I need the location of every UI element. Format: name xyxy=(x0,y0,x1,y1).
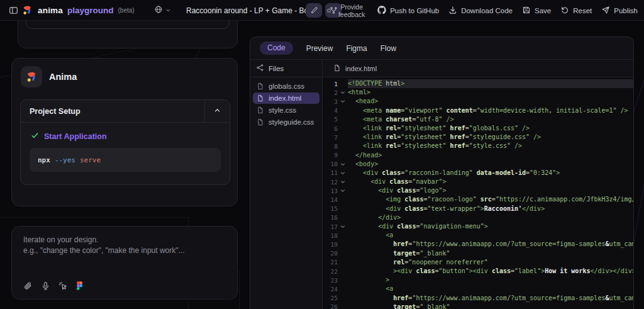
push-to-github-button-label: Push to GitHub xyxy=(390,7,439,14)
code-line-22[interactable]: 22 ><div class="button"><div class="labe… xyxy=(323,267,633,276)
code-line-8[interactable]: 8 <link rel="stylesheet" href="style.css… xyxy=(323,142,633,150)
publish-icon xyxy=(601,6,610,16)
line-number: 5 xyxy=(323,116,338,123)
code-line-4[interactable]: 4 <meta name="viewport" content="width=d… xyxy=(323,106,633,115)
line-number: 7 xyxy=(323,134,338,141)
code-line-21[interactable]: 21 rel="noopener noreferrer" xyxy=(323,258,633,267)
globe-icon xyxy=(154,5,163,16)
code-line-24[interactable]: 24 <a xyxy=(323,284,633,293)
tab-preview[interactable]: Preview xyxy=(306,44,333,53)
code-line-3[interactable]: 3 <head> xyxy=(323,97,633,106)
download-code-button-label: Download Code xyxy=(461,7,513,14)
file-item-globals-css[interactable]: globals.css xyxy=(253,81,319,92)
fold-chevron-icon[interactable] xyxy=(338,179,348,184)
code-text: <link rel="stylesheet" href="style.css" … xyxy=(348,142,633,150)
command-arg: serve xyxy=(80,156,101,164)
code-line-12[interactable]: 12 <div class="navbar"> xyxy=(323,177,633,186)
line-number: 19 xyxy=(323,241,338,248)
fold-chevron-icon[interactable] xyxy=(338,162,348,167)
editor-tab-label: index.html xyxy=(345,65,377,72)
file-item-index-html[interactable]: index.html xyxy=(253,93,319,104)
provide-feedback-link[interactable]: Provide feedback xyxy=(326,3,368,18)
code-line-6[interactable]: 6 <link rel="stylesheet" href="globals.c… xyxy=(323,124,633,133)
feedback-label: Provide feedback xyxy=(335,3,368,18)
code-line-19[interactable]: 19 href="https://www.animaapp.com/?utm_s… xyxy=(323,240,633,249)
code-line-13[interactable]: 13 <div class="logo"> xyxy=(323,186,633,195)
download-code-button[interactable]: Download Code xyxy=(448,6,513,16)
code-line-25[interactable]: 25 href="https://www.animaapp.com/?utm_s… xyxy=(323,294,633,303)
code-line-11[interactable]: 11 <div class="racconin-landing" data-mo… xyxy=(323,169,633,177)
line-number: 3 xyxy=(323,98,338,105)
line-number: 16 xyxy=(323,214,338,221)
code-line-16[interactable]: 16 </div> xyxy=(323,213,633,222)
terminal-command[interactable]: npx --yes serve xyxy=(30,148,221,172)
tab-code[interactable]: Code xyxy=(260,42,293,55)
code-text: <div class="racconin-landing" data-model… xyxy=(348,169,633,177)
code-text: <!DOCTYPE html> xyxy=(348,79,633,88)
code-text: target="_blank" xyxy=(348,249,633,258)
line-number: 24 xyxy=(323,286,338,293)
code-panel: CodePreviewFigmaFlow Files index.html gl… xyxy=(250,37,634,309)
code-line-7[interactable]: 7 <link rel="stylesheet" href="styleguid… xyxy=(323,133,633,142)
project-title: Raccoonin around - LP + Game - Bo... xyxy=(186,0,293,21)
figma-icon[interactable] xyxy=(76,281,83,291)
editor-tab-index-html[interactable]: index.html xyxy=(323,60,633,77)
code-text: href="https://www.animaapp.com/?utm_sour… xyxy=(348,240,633,249)
code-text: target="_blank" xyxy=(348,303,633,309)
code-line-5[interactable]: 5 <meta charset="utf-8" /> xyxy=(323,115,633,124)
code-text: </head> xyxy=(348,151,633,160)
code-line-15[interactable]: 15 <div class="text-wrapper">Raccoonin'<… xyxy=(323,205,633,213)
line-number: 12 xyxy=(323,179,338,186)
publish-button[interactable]: Publish xyxy=(601,6,638,16)
files-header-label: Files xyxy=(269,65,284,72)
tab-flow[interactable]: Flow xyxy=(380,44,396,53)
file-item-style-css[interactable]: style.css xyxy=(253,104,319,116)
github-icon xyxy=(377,6,386,16)
code-line-14[interactable]: 14 <img class="racoon-logo" src="https:/… xyxy=(323,195,633,204)
command-flag: --yes xyxy=(55,156,75,164)
chat-input[interactable]: Iterate on your design. e.g., "change th… xyxy=(11,226,238,300)
code-line-18[interactable]: 18 <a xyxy=(323,231,633,240)
file-icon xyxy=(333,64,341,73)
mic-icon[interactable] xyxy=(41,281,50,291)
save-icon xyxy=(522,6,531,16)
code-text: href="https://www.animaapp.com/?utm_sour… xyxy=(348,294,633,303)
sidebar-toggle-button[interactable] xyxy=(9,0,18,21)
code-text: <div class="navigation-menu"> xyxy=(348,222,633,231)
code-line-23[interactable]: 23 > xyxy=(323,276,633,284)
background-line xyxy=(0,217,189,218)
code-line-9[interactable]: 9 </head> xyxy=(323,151,633,160)
fold-chevron-icon[interactable] xyxy=(338,224,348,229)
fold-chevron-icon[interactable] xyxy=(338,90,348,95)
fold-chevron-icon[interactable] xyxy=(338,99,348,104)
command-npx: npx xyxy=(38,156,50,164)
rename-project-button[interactable] xyxy=(306,3,322,18)
card-title: Anima xyxy=(49,72,77,82)
code-line-17[interactable]: 17 <div class="navigation-menu"> xyxy=(323,222,633,231)
save-button[interactable]: Save xyxy=(522,6,551,16)
code-line-2[interactable]: 2<html> xyxy=(323,88,633,97)
tab-figma[interactable]: Figma xyxy=(346,44,367,53)
chevron-down-icon xyxy=(165,5,172,16)
line-number: 4 xyxy=(323,107,338,114)
download-icon xyxy=(448,6,457,16)
chat-placeholder-line1: Iterate on your design. xyxy=(23,235,185,245)
cursor-select-icon[interactable] xyxy=(58,281,68,291)
push-to-github-button[interactable]: Push to GitHub xyxy=(377,6,439,16)
reset-button[interactable]: Reset xyxy=(560,6,592,16)
code-editor[interactable]: 1<!DOCTYPE html>2<html>3 <head>4 <meta n… xyxy=(323,77,633,309)
code-line-20[interactable]: 20 target="_blank" xyxy=(323,249,633,258)
language-dropdown[interactable] xyxy=(154,0,172,21)
fold-chevron-icon[interactable] xyxy=(338,188,348,193)
chat-placeholder-line2: e.g., "change the color", "make the inpu… xyxy=(23,245,185,256)
file-item-styleguide-css[interactable]: styleguide.css xyxy=(253,116,319,128)
code-text: <html> xyxy=(348,88,633,97)
code-line-26[interactable]: 26 target="_blank" xyxy=(323,303,633,309)
paperclip-icon[interactable] xyxy=(23,281,33,291)
fold-chevron-icon[interactable] xyxy=(338,171,348,176)
publish-button-label: Publish xyxy=(614,7,638,14)
collapse-button[interactable] xyxy=(204,100,230,122)
code-line-10[interactable]: 10 <body> xyxy=(323,160,633,169)
line-number: 2 xyxy=(323,89,338,96)
code-line-1[interactable]: 1<!DOCTYPE html> xyxy=(323,79,633,88)
